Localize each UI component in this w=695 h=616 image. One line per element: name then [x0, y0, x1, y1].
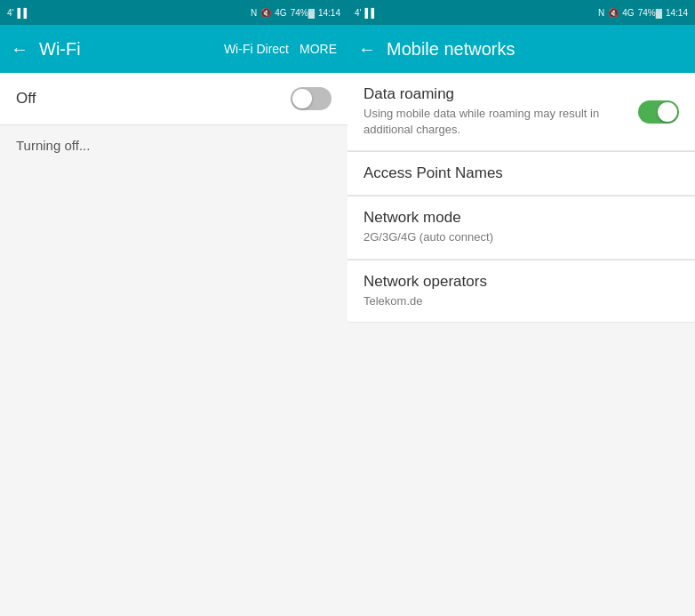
wifi-direct-button[interactable]: Wi-Fi Direct: [224, 42, 289, 56]
right-battery-icon: 74%▓: [638, 8, 662, 18]
mobile-networks-content: Data roaming Using mobile data while roa…: [348, 73, 695, 616]
mobile-networks-toolbar: ← Mobile networks: [348, 25, 695, 73]
right-signal-icon: ▌▌: [364, 8, 377, 18]
network-mode-row[interactable]: Network mode 2G/3G/4G (auto connect): [348, 196, 695, 259]
right-4g-icon: 4G: [622, 8, 634, 18]
left-n-icon: N: [251, 8, 257, 18]
network-mode-subtitle: 2G/3G/4G (auto connect): [363, 229, 679, 245]
wifi-off-label: Off: [16, 90, 36, 108]
network-operators-title: Network operators: [363, 273, 679, 291]
wifi-back-button[interactable]: ←: [11, 39, 28, 60]
wifi-more-button[interactable]: MORE: [300, 42, 337, 56]
right-status-right: N 🔇 4G 74%▓ 14:14: [598, 8, 688, 18]
wifi-toggle-row: Off: [0, 73, 348, 125]
left-4g-icon: 4G: [275, 8, 286, 18]
left-battery-icon: 74%▓: [291, 8, 315, 18]
data-roaming-subtitle: Using mobile data while roaming may resu…: [363, 106, 629, 138]
left-status-left: 4' ▌▌: [7, 8, 30, 18]
right-time: 14:14: [666, 8, 688, 18]
access-point-names-title: Access Point Names: [363, 164, 679, 182]
wifi-turning-off-text: Turning off...: [0, 125, 348, 165]
left-mute-icon: 🔇: [260, 8, 271, 18]
wifi-toolbar: ← Wi-Fi Wi-Fi Direct MORE: [0, 25, 348, 73]
wifi-panel: 4' ▌▌ N 🔇 4G 74%▓ 14:14 ← Wi-Fi Wi-Fi Di…: [0, 0, 348, 616]
access-point-names-row[interactable]: Access Point Names: [348, 152, 695, 196]
right-sim-icon: 4': [355, 8, 361, 18]
network-operators-subtitle: Telekom.de: [363, 293, 679, 309]
wifi-content: Off Turning off...: [0, 73, 348, 616]
wifi-title: Wi-Fi: [39, 39, 213, 60]
data-roaming-title: Data roaming: [363, 85, 629, 103]
data-roaming-toggle[interactable]: [638, 100, 679, 124]
right-mute-icon: 🔇: [608, 8, 619, 18]
network-operators-row[interactable]: Network operators Telekom.de: [348, 260, 695, 323]
mobile-networks-panel: 4' ▌▌ N 🔇 4G 74%▓ 14:14 ← Mobile network…: [348, 0, 695, 616]
mobile-networks-back-button[interactable]: ←: [358, 39, 376, 60]
left-time: 14:14: [318, 8, 340, 18]
mobile-networks-title: Mobile networks: [387, 39, 684, 60]
left-status-bar: 4' ▌▌ N 🔇 4G 74%▓ 14:14: [0, 0, 348, 25]
left-signal-icon: ▌▌: [17, 8, 29, 18]
wifi-toggle-switch[interactable]: [291, 87, 332, 110]
data-roaming-row[interactable]: Data roaming Using mobile data while roa…: [348, 73, 695, 151]
right-status-bar: 4' ▌▌ N 🔇 4G 74%▓ 14:14: [348, 0, 695, 25]
left-sim-icon: 4': [7, 8, 13, 18]
network-mode-title: Network mode: [363, 209, 679, 227]
left-status-right: N 🔇 4G 74%▓ 14:14: [251, 8, 340, 18]
data-roaming-text: Data roaming Using mobile data while roa…: [363, 85, 638, 138]
right-n-icon: N: [598, 8, 604, 18]
right-status-left: 4' ▌▌: [355, 8, 378, 18]
